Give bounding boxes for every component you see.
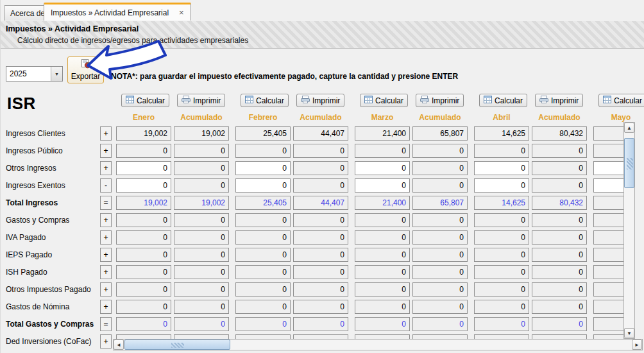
imprimir-button-enero[interactable]: Imprimir [177,94,225,107]
accum-cell[interactable]: 0 [412,213,468,227]
value-cell[interactable]: 0 [116,300,171,314]
value-cell[interactable]: 0 [474,144,529,158]
calcular-button-febrero[interactable]: Calcular [241,94,289,107]
export-button[interactable]: Exportar [67,56,104,83]
accum-cell[interactable]: 19,002 [174,126,229,141]
accum-cell[interactable]: 0 [412,178,468,193]
value-cell[interactable]: 0 [235,144,291,158]
accum-cell[interactable]: 0 [293,178,348,193]
value-cell[interactable]: 0 [474,282,529,297]
value-cell[interactable]: 19,002 [116,126,171,141]
calcular-button-enero[interactable]: Calcular [121,94,169,107]
value-cell[interactable]: 0 [116,213,171,227]
value-cell[interactable]: 0 [235,300,291,314]
calcular-button-mayo[interactable]: Calcular [598,94,644,107]
chevron-down-icon[interactable]: ▼ [51,67,62,81]
value-cell[interactable]: 0 [355,230,410,245]
accum-cell[interactable]: 0 [532,265,587,279]
value-cell[interactable]: 0 [116,230,171,245]
accum-cell[interactable]: 0 [174,178,229,193]
value-cell[interactable]: 14,625 [474,126,529,141]
accum-cell[interactable]: 0 [293,230,348,245]
value-cell[interactable]: 0 [355,161,410,175]
calcular-button-marzo[interactable]: Calcular [360,94,408,107]
close-icon[interactable]: × [179,8,184,17]
accum-cell[interactable]: 0 [532,178,587,193]
value-cell[interactable]: 14,625 [474,196,529,210]
accum-cell[interactable]: 0 [412,144,468,158]
accum-cell[interactable]: 65,807 [412,126,468,141]
value-cell[interactable]: 0 [235,317,291,331]
value-cell[interactable]: 0 [474,248,529,262]
accum-cell[interactable]: 0 [293,265,348,279]
accum-cell[interactable]: 19,002 [174,196,229,210]
value-cell[interactable]: 0 [474,161,529,175]
value-cell[interactable]: 0 [116,248,171,262]
value-cell[interactable]: 0 [116,317,171,331]
tab-impuestos-actividad-empresarial[interactable]: Impuestos » Actividad Empresarial × [44,3,191,21]
accum-cell[interactable]: 0 [174,317,229,331]
accum-cell[interactable]: 0 [412,300,468,314]
accum-cell[interactable]: 0 [532,213,587,227]
accum-cell[interactable]: 0 [293,248,348,262]
accum-cell[interactable]: 0 [293,300,348,314]
value-cell[interactable]: 0 [116,144,171,158]
accum-cell[interactable]: 0 [412,161,468,175]
accum-cell[interactable]: 44,407 [293,196,348,210]
scroll-left-button[interactable]: ◄ [114,340,124,350]
imprimir-button-abril[interactable]: Imprimir [535,94,583,107]
horizontal-scrollbar-thumb[interactable] [124,340,230,350]
accum-cell[interactable]: 0 [412,317,468,331]
value-cell[interactable]: 25,405 [235,126,291,141]
value-cell[interactable]: 25,405 [235,196,291,210]
accum-cell[interactable]: 0 [293,144,348,158]
value-cell[interactable]: 0 [116,282,171,297]
accum-cell[interactable]: 0 [412,265,468,279]
accum-cell[interactable]: 80,432 [532,126,587,141]
value-cell[interactable]: 0 [355,213,410,227]
year-select[interactable]: 2025 ▼ [6,66,63,82]
value-cell[interactable]: 0 [235,230,291,245]
value-cell[interactable]: 19,002 [116,196,171,210]
imprimir-button-febrero[interactable]: Imprimir [296,94,344,107]
accum-cell[interactable]: 0 [532,282,587,297]
value-cell[interactable]: 0 [474,265,529,279]
accum-cell[interactable]: 0 [412,230,468,245]
value-cell[interactable]: 0 [355,178,410,193]
value-cell[interactable]: 0 [355,144,410,158]
accum-cell[interactable]: 0 [532,300,587,314]
value-cell[interactable]: 0 [355,248,410,262]
vertical-scrollbar-thumb[interactable] [624,138,634,188]
accum-cell[interactable]: 0 [174,248,229,262]
accum-cell[interactable]: 0 [293,282,348,297]
value-cell[interactable]: 0 [355,300,410,314]
accum-cell[interactable]: 0 [532,317,587,331]
accum-cell[interactable]: 0 [412,248,468,262]
value-cell[interactable]: 0 [116,265,171,279]
accum-cell[interactable]: 0 [174,265,229,279]
value-cell[interactable]: 21,400 [355,126,410,141]
value-cell[interactable]: 0 [355,317,410,331]
value-cell[interactable]: 0 [355,282,410,297]
value-cell[interactable]: 0 [474,317,529,331]
calcular-button-abril[interactable]: Calcular [479,94,527,107]
imprimir-button-marzo[interactable]: Imprimir [416,94,464,107]
accum-cell[interactable]: 0 [532,248,587,262]
value-cell[interactable]: 0 [235,178,291,193]
value-cell[interactable]: 0 [474,213,529,227]
horizontal-scrollbar[interactable]: ◄ ► [113,339,643,350]
accum-cell[interactable]: 65,807 [412,196,468,210]
accum-cell[interactable]: 0 [174,161,229,175]
accum-cell[interactable]: 0 [174,213,229,227]
value-cell[interactable]: 0 [474,300,529,314]
accum-cell[interactable]: 0 [174,282,229,297]
accum-cell[interactable]: 0 [174,144,229,158]
accum-cell[interactable]: 0 [412,282,468,297]
accum-cell[interactable]: 0 [174,230,229,245]
accum-cell[interactable]: 0 [532,230,587,245]
accum-cell[interactable]: 0 [532,144,587,158]
value-cell[interactable]: 0 [235,282,291,297]
vertical-scrollbar[interactable]: ▲ ▼ [623,122,635,339]
value-cell[interactable]: 21,400 [355,196,410,210]
accum-cell[interactable]: 0 [293,161,348,175]
